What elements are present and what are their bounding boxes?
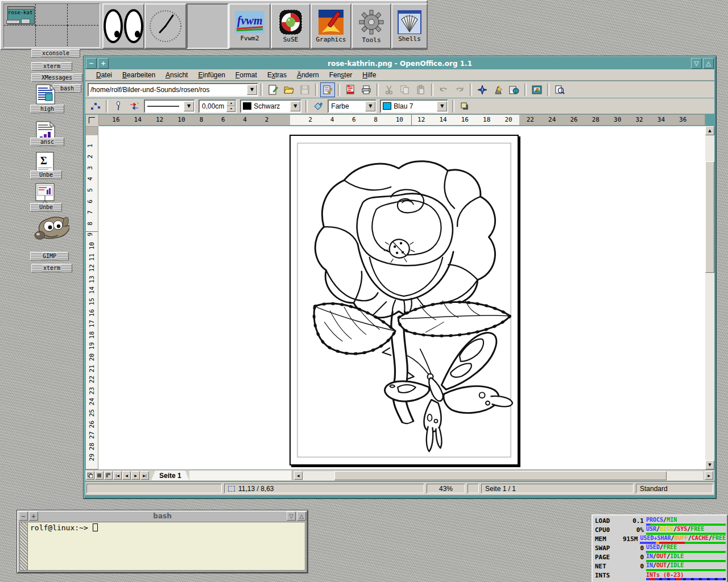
view-mode-master-button[interactable] <box>95 471 104 480</box>
icon-unbenannt1-label[interactable]: Unbe <box>30 171 62 179</box>
menu-aendern[interactable]: Ändern <box>292 70 324 80</box>
fill-style-button[interactable] <box>311 99 325 114</box>
scroll-down-button[interactable]: ▼ <box>705 460 714 469</box>
pager-mini-terminal[interactable] <box>6 20 20 24</box>
shadow-button[interactable] <box>457 99 472 114</box>
menu-hilfe[interactable]: Hilfe <box>357 70 381 80</box>
horizontal-scrollbar[interactable] <box>303 471 703 480</box>
pager-desk-3[interactable] <box>68 4 98 26</box>
menu-ansicht[interactable]: Ansicht <box>160 70 193 80</box>
terminal-body[interactable]: rolf@linux:~> <box>19 522 305 571</box>
terminal-minimize-button[interactable]: − <box>19 512 28 521</box>
cut-button[interactable] <box>382 82 396 97</box>
icon-xterm[interactable]: xterm <box>31 62 72 70</box>
fvwm2-button[interactable]: fvwm Fvwm2 <box>229 3 271 49</box>
icon-ansc-label[interactable]: ansc <box>30 138 64 146</box>
vertical-ruler[interactable]: 1234567891011121314151617181920212223242… <box>85 126 98 469</box>
icon-xmessages[interactable]: XMessages <box>31 73 82 82</box>
stylist-button[interactable] <box>491 82 506 97</box>
menu-einfuegen[interactable]: Einfügen <box>193 70 230 80</box>
copy-button[interactable] <box>398 82 412 97</box>
fill-color-combobox[interactable]: Blau 7 ▼ <box>380 99 448 113</box>
menu-format[interactable]: Format <box>230 70 262 80</box>
icon-unbenannt2-label[interactable]: Unbe <box>30 203 62 211</box>
menu-fenster[interactable]: Fenster <box>324 70 358 80</box>
save-document-button[interactable] <box>297 82 312 97</box>
status-style-field[interactable]: Standard <box>636 484 713 493</box>
last-page-tab-button[interactable]: ▶| <box>140 471 149 480</box>
paste-button[interactable] <box>413 82 428 97</box>
xeyes-button[interactable] <box>102 3 144 49</box>
vertical-scrollbar[interactable]: ▲ ▼ <box>705 126 714 469</box>
export-pdf-button[interactable] <box>343 82 358 97</box>
unshade-button[interactable]: △ <box>703 58 714 69</box>
gallery-button[interactable] <box>507 82 522 97</box>
navigator-button[interactable] <box>475 82 490 97</box>
terminal-text[interactable]: rolf@linux:~> <box>28 522 305 570</box>
icon-xterm2[interactable]: xterm <box>31 264 72 272</box>
line-color-dropdown-icon[interactable]: ▼ <box>290 101 300 111</box>
undo-button[interactable] <box>436 82 451 97</box>
xclock-button[interactable] <box>144 3 187 49</box>
icon-document-writer[interactable] <box>35 84 56 105</box>
pager-desk-5[interactable] <box>36 26 68 46</box>
icon-bash[interactable]: bash <box>53 84 81 93</box>
spin-up-icon[interactable]: ▲ <box>226 101 235 106</box>
scroll-right-button[interactable]: ▶ <box>705 471 713 480</box>
line-style-button[interactable] <box>111 99 126 114</box>
icon-xconsole[interactable]: xconsole <box>31 49 80 57</box>
titlebar[interactable]: − + rose-kathrin.png - OpenOffice.org 1.… <box>85 58 714 69</box>
icon-document-math[interactable]: Σ <box>36 152 54 172</box>
shade-button[interactable]: ▽ <box>691 58 702 69</box>
line-style-dropdown-icon[interactable]: ▼ <box>184 101 194 111</box>
tab-scroll-left-button[interactable]: ◀ <box>294 471 303 480</box>
menu-datei[interactable]: Datei <box>91 70 117 80</box>
next-page-tab-button[interactable]: ▶ <box>131 471 140 480</box>
drawing-canvas[interactable] <box>98 126 705 469</box>
ruler-origin-box[interactable] <box>85 114 100 127</box>
scroll-up-button[interactable]: ▲ <box>705 126 714 135</box>
arrow-ends-button[interactable] <box>127 99 142 114</box>
edit-file-button[interactable] <box>320 82 335 97</box>
spin-down-icon[interactable]: ▼ <box>226 106 235 112</box>
view-mode-page-button[interactable] <box>86 471 94 480</box>
terminal-maximize-button[interactable]: + <box>29 512 38 521</box>
terminal-shade-button[interactable]: ▽ <box>287 512 296 521</box>
shells-button[interactable]: Shells <box>391 3 428 49</box>
zoom-button[interactable] <box>552 82 567 97</box>
menu-bearbeiten[interactable]: Bearbeiten <box>117 70 160 80</box>
menu-extras[interactable]: Extras <box>262 70 292 80</box>
icon-gimp-label[interactable]: GIMP <box>30 252 69 260</box>
page-tab-seite-1[interactable]: Seite 1 <box>151 471 189 480</box>
terminal-unshade-button[interactable]: △ <box>297 512 306 521</box>
insert-graphics-button[interactable] <box>530 82 544 97</box>
open-document-button[interactable] <box>282 82 296 97</box>
line-color-combobox[interactable]: Schwarz ▼ <box>240 99 301 113</box>
tools-button[interactable]: Tools <box>351 3 391 49</box>
pager-desk-4[interactable] <box>4 26 36 46</box>
system-monitor-window[interactable]: LOAD0.1PROCS/MINCPU00%USR/NICE/SYS/FREEM… <box>592 514 728 582</box>
drawing-page[interactable] <box>289 135 519 465</box>
vertical-scrollbar-thumb[interactable] <box>705 161 714 273</box>
empty-slot-button[interactable] <box>187 3 229 49</box>
rose-drawing[interactable] <box>291 136 518 464</box>
fill-style-dropdown-icon[interactable]: ▼ <box>365 101 375 111</box>
previous-page-tab-button[interactable]: ◀ <box>122 471 131 480</box>
line-width-value[interactable]: 0,00cm <box>200 102 226 110</box>
suse-button[interactable]: SuSE <box>271 3 311 49</box>
new-document-button[interactable] <box>266 82 280 97</box>
edit-points-button[interactable] <box>88 99 103 114</box>
line-color-value[interactable]: Schwarz <box>251 102 290 110</box>
pager-desk-1[interactable]: rose-kat <box>4 4 36 26</box>
line-width-spinner[interactable]: 0,00cm ▲▼ <box>198 99 237 113</box>
view-mode-layer-button[interactable] <box>104 471 113 480</box>
fill-style-value[interactable]: Farbe <box>329 102 365 110</box>
graphics-button[interactable]: Graphics <box>311 3 351 49</box>
pager-mini-sysmon[interactable] <box>21 19 30 24</box>
url-dropdown-icon[interactable]: ▼ <box>247 85 257 95</box>
pager-desk-6[interactable] <box>68 26 98 46</box>
fill-style-combobox[interactable]: Farbe ▼ <box>328 99 377 113</box>
url-combobox[interactable]: ▼ <box>88 83 258 97</box>
print-button[interactable] <box>359 82 374 97</box>
fill-color-dropdown-icon[interactable]: ▼ <box>437 101 447 111</box>
